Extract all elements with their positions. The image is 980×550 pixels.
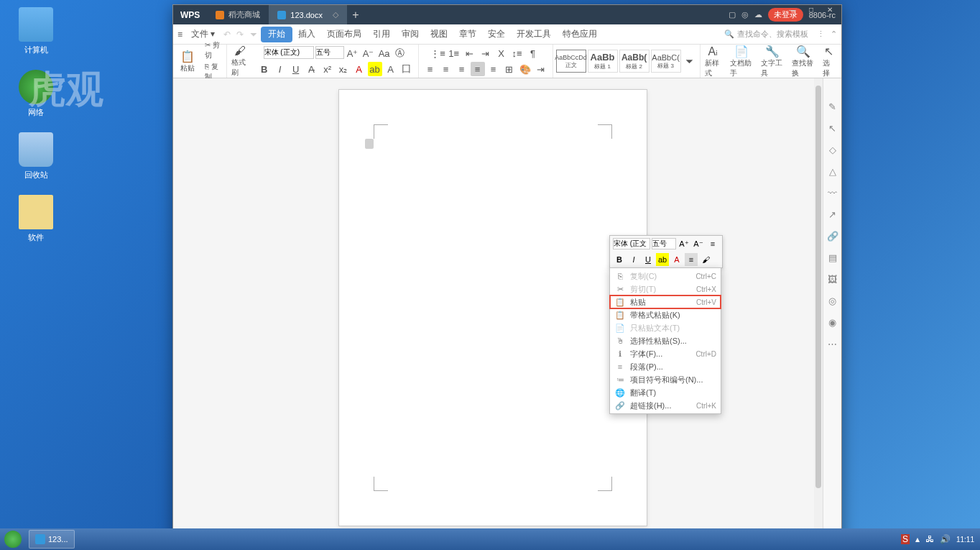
- doc-helper-button[interactable]: 📄 文档助手: [726, 45, 757, 78]
- ribbon-tab-featured[interactable]: 特色应用: [557, 24, 603, 45]
- tray-clock[interactable]: 11:11: [956, 536, 974, 544]
- desktop-icon-recycle[interactable]: 回收站: [7, 132, 65, 180]
- menu-paste-formatted[interactable]: 📋 带格式粘贴(K): [610, 308, 721, 321]
- style-normal[interactable]: AaBbCcDd 正文: [556, 50, 586, 73]
- redo-icon[interactable]: ↷: [236, 29, 244, 40]
- mini-shrink-font[interactable]: A⁻: [692, 237, 705, 250]
- menu-bullets-numbering[interactable]: ≔ 项目符号和编号(N)...: [610, 373, 721, 386]
- undo-icon[interactable]: ↶: [223, 29, 231, 40]
- style-heading2[interactable]: AaBb( 标题 2: [619, 50, 650, 73]
- font-select[interactable]: [264, 46, 314, 59]
- style-heading1[interactable]: AaBb 标题 1: [588, 50, 618, 73]
- change-case-icon[interactable]: Aa: [377, 46, 392, 60]
- mini-highlight[interactable]: ab: [656, 253, 669, 266]
- menu-translate[interactable]: 🌐 翻译(T): [610, 386, 721, 399]
- qat-dropdown[interactable]: ⏷: [249, 29, 258, 40]
- ribbon-tab-references[interactable]: 引用: [367, 24, 396, 45]
- ribbon-tab-view[interactable]: 视图: [425, 24, 453, 45]
- tray-flag-icon[interactable]: ▴: [915, 534, 920, 544]
- text-tools-button[interactable]: 🔧 文字工具: [757, 45, 787, 78]
- ribbon-tab-security[interactable]: 安全: [482, 24, 511, 45]
- format-painter-button[interactable]: 🖌 格式刷: [227, 45, 252, 78]
- minimize-button[interactable]: —: [784, 4, 801, 15]
- tab-document[interactable]: 123.docx ◇: [269, 5, 347, 24]
- side-compass-icon[interactable]: ◎: [826, 294, 839, 307]
- tray-network-icon[interactable]: 🖧: [925, 534, 934, 544]
- show-marks-button[interactable]: ¶: [526, 46, 540, 60]
- mini-font-color[interactable]: A: [670, 253, 683, 266]
- paste-button[interactable]: 📋 粘贴: [176, 45, 199, 78]
- ribbon-search[interactable]: 🔍 查找命令、搜索模板 ⋮ ⌃: [724, 29, 837, 40]
- cut-button[interactable]: ✂ 剪切: [202, 40, 223, 60]
- cloud-icon[interactable]: ☁: [754, 10, 762, 19]
- side-image-icon[interactable]: 🖼: [826, 272, 839, 285]
- bold-button[interactable]: B: [257, 62, 272, 76]
- side-table-icon[interactable]: ▤: [826, 251, 839, 264]
- font-color-button[interactable]: A: [352, 62, 366, 76]
- new-style-button[interactable]: Aᵢ 新样式: [701, 45, 726, 78]
- shading-button[interactable]: 🎨: [518, 62, 532, 76]
- mini-shading[interactable]: ≡: [685, 253, 698, 266]
- tab-store[interactable]: 稻壳商城: [207, 5, 269, 24]
- side-wave-icon[interactable]: 〰: [826, 186, 839, 199]
- mini-grow-font[interactable]: A⁺: [678, 237, 690, 250]
- ribbon-tab-devtools[interactable]: 开发工具: [511, 24, 557, 45]
- increase-indent-button[interactable]: ⇥: [479, 46, 493, 60]
- ribbon-tab-layout[interactable]: 页面布局: [321, 24, 367, 45]
- ribbon-tab-home[interactable]: 开始: [261, 27, 292, 42]
- file-menu[interactable]: 文件 ▾: [185, 28, 221, 40]
- hamburger-icon[interactable]: ≡: [177, 29, 182, 40]
- mini-list-button[interactable]: ≡: [706, 237, 719, 250]
- size-select[interactable]: [315, 46, 344, 59]
- maximize-button[interactable]: □: [803, 4, 820, 15]
- menu-paragraph[interactable]: ≡ 段落(P)...: [610, 360, 721, 373]
- style-heading3[interactable]: AaBbC( 标题 3: [651, 50, 681, 73]
- side-text-icon[interactable]: △: [826, 165, 839, 178]
- scroll-thumb[interactable]: [815, 86, 821, 488]
- ribbon-tab-insert[interactable]: 插入: [292, 24, 321, 45]
- help-icon[interactable]: ⋮: [817, 29, 825, 39]
- mini-font-select[interactable]: [613, 238, 650, 249]
- find-replace-button[interactable]: 🔍 查找替换: [787, 45, 818, 78]
- mini-bold[interactable]: B: [613, 253, 626, 266]
- sort-button[interactable]: X: [494, 46, 509, 60]
- bullet-list-button[interactable]: ⋮≡: [431, 46, 445, 60]
- align-center-button[interactable]: ≡: [439, 62, 453, 76]
- subscript-button[interactable]: x₂: [336, 62, 351, 76]
- align-right-button[interactable]: ≡: [455, 62, 469, 76]
- side-shape-icon[interactable]: ◇: [826, 143, 839, 156]
- italic-button[interactable]: I: [273, 62, 287, 76]
- align-justify-button[interactable]: ≡: [471, 62, 485, 76]
- char-shading-button[interactable]: A: [384, 62, 398, 76]
- side-share-icon[interactable]: ↗: [826, 208, 839, 221]
- char-border-button[interactable]: 囗: [399, 62, 414, 76]
- mini-italic[interactable]: I: [627, 253, 640, 266]
- select-button[interactable]: ↖ 选择: [818, 45, 838, 78]
- tray-ime-icon[interactable]: S: [901, 534, 910, 544]
- highlight-button[interactable]: ab: [368, 62, 382, 76]
- mini-underline[interactable]: U: [642, 253, 655, 266]
- underline-button[interactable]: U: [289, 62, 303, 76]
- document-page[interactable]: [338, 89, 647, 526]
- side-target-icon[interactable]: ◉: [826, 316, 839, 329]
- side-select-icon[interactable]: ↖: [826, 122, 839, 134]
- tab-save-icon[interactable]: ◇: [333, 10, 338, 19]
- menu-font[interactable]: ℹ 字体(F)... Ctrl+D: [610, 347, 721, 360]
- desktop-icon-network[interactable]: 网络: [7, 70, 65, 118]
- tab-button[interactable]: ⇥: [534, 62, 548, 76]
- start-button[interactable]: [0, 528, 26, 550]
- decrease-indent-button[interactable]: ⇤: [463, 46, 477, 60]
- shrink-font-icon[interactable]: A⁻: [361, 46, 376, 60]
- ribbon-tab-section[interactable]: 章节: [453, 24, 482, 45]
- sync-icon[interactable]: ◎: [741, 10, 749, 19]
- side-link-icon[interactable]: 🔗: [826, 229, 839, 242]
- menu-paste-special[interactable]: 🖱 选择性粘贴(S)...: [610, 334, 721, 347]
- styles-more-button[interactable]: ⏷: [683, 54, 697, 68]
- side-edit-icon[interactable]: ✎: [826, 100, 839, 113]
- number-list-button[interactable]: 1≡: [447, 46, 461, 60]
- taskbar-item-wps[interactable]: 123...: [29, 530, 75, 549]
- border-button[interactable]: ⊞: [502, 62, 517, 76]
- menu-hyperlink[interactable]: 🔗 超链接(H)... Ctrl+K: [610, 399, 721, 412]
- grow-font-icon[interactable]: A⁺: [346, 46, 360, 60]
- mini-format-painter[interactable]: 🖌: [699, 253, 712, 266]
